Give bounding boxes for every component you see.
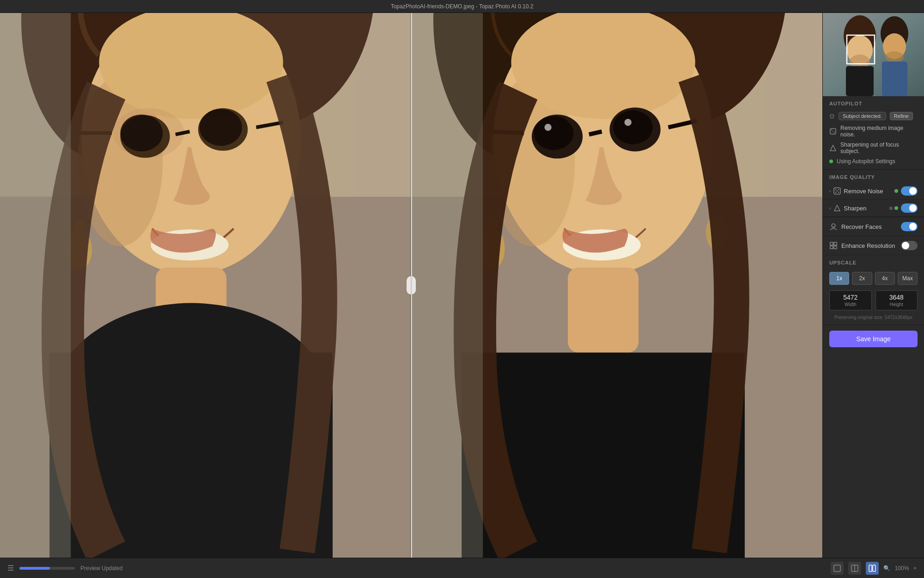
svg-rect-47: [568, 268, 638, 353]
svg-rect-85: [834, 565, 840, 572]
sidebar: AUTOPILOT ⊙ Subject detected. Refine Rem…: [822, 13, 924, 558]
hamburger-menu-icon[interactable]: ☰: [7, 564, 14, 572]
zoom-out-icon[interactable]: 🔍: [883, 565, 890, 572]
noise-active-dot: [894, 189, 898, 193]
dimension-row: 5472 Width 3648 Height: [823, 289, 924, 312]
image-quality-title: IMAGE QUALITY: [823, 170, 924, 183]
noise-expand-icon[interactable]: ›: [829, 189, 831, 194]
title-bar: TopazPhotoAI-friends-DEMO.jpeg - Topaz P…: [0, 0, 924, 13]
sharpen-icon: [829, 144, 837, 152]
zoom-level-label: 100%: [893, 565, 911, 572]
recover-faces-row: Recover Faces: [823, 217, 924, 236]
remove-noise-toggle[interactable]: [901, 186, 918, 196]
svg-point-79: [832, 225, 833, 226]
sharpen-expand-icon[interactable]: ›: [829, 206, 831, 211]
noise-status-dots: [894, 189, 898, 193]
compare-divider[interactable]: [411, 13, 412, 558]
zoom-in-icon[interactable]: +: [913, 565, 917, 572]
sharpen-icon-sidebar: [833, 204, 841, 212]
autopilot-noise-text: Removing medium image noise.: [840, 125, 918, 138]
image-quality-section: IMAGE QUALITY › Remove Noise ›: [823, 170, 924, 217]
preserving-size-text: Preserving original size: 5472x3648px: [823, 312, 924, 325]
remove-noise-row: › Remove Noise: [823, 183, 924, 200]
upscale-max-button[interactable]: Max: [898, 272, 918, 285]
bottom-bar: ☰ Preview Updated 🔍 100% +: [0, 558, 924, 578]
svg-rect-64: [882, 61, 907, 96]
svg-point-37: [534, 116, 573, 150]
svg-marker-70: [830, 145, 836, 151]
enhance-resolution-toggle[interactable]: [901, 241, 918, 250]
autopilot-title: AUTOPILOT: [823, 96, 924, 109]
panel-content: AUTOPILOT ⊙ Subject detected. Refine Rem…: [823, 96, 924, 558]
settings-status-dot: [829, 160, 833, 163]
split-view-button[interactable]: [848, 562, 861, 575]
autopilot-noise-row: Removing medium image noise.: [823, 123, 924, 140]
progress-bar-fill: [19, 567, 50, 570]
svg-rect-53: [412, 13, 483, 558]
svg-point-68: [833, 131, 833, 132]
main-layout: AUTOPILOT ⊙ Subject detected. Refine Rem…: [0, 13, 924, 558]
upscale-4x-button[interactable]: 4x: [875, 272, 895, 285]
svg-point-12: [120, 115, 163, 152]
width-value: 5472: [833, 294, 869, 301]
sharpen-status-dots: ⚙: [889, 206, 898, 211]
single-view-button[interactable]: [831, 562, 844, 575]
noise-reduction-icon: [829, 128, 837, 135]
svg-point-69: [834, 132, 835, 133]
autopilot-icon: ⊙: [829, 112, 835, 120]
original-photo: [0, 13, 411, 558]
divider-handle[interactable]: [407, 276, 416, 295]
svg-rect-84: [834, 246, 837, 249]
svg-point-74: [838, 192, 839, 193]
side-by-side-button[interactable]: [866, 562, 879, 575]
remove-noise-label: Remove Noise: [844, 188, 892, 195]
svg-point-76: [835, 192, 836, 193]
save-image-button[interactable]: Save Image: [829, 331, 918, 347]
upscale-buttons-group: 1x 2x 4x Max: [823, 268, 924, 289]
svg-point-42: [624, 119, 631, 126]
height-value: 3648: [879, 294, 915, 301]
upscale-2x-button[interactable]: 2x: [852, 272, 872, 285]
svg-rect-88: [869, 565, 872, 572]
thumbnail-area: [823, 13, 924, 96]
enhance-resolution-icon: [829, 241, 838, 250]
sharpen-settings-icon: ⚙: [889, 206, 893, 211]
width-label: Width: [833, 302, 869, 307]
svg-point-73: [837, 191, 838, 191]
bottom-bar-left: ☰ Preview Updated: [7, 564, 825, 572]
svg-rect-82: [834, 242, 837, 245]
svg-point-41: [613, 111, 653, 145]
refine-button[interactable]: Refine: [890, 112, 913, 120]
autopilot-section: AUTOPILOT ⊙ Subject detected. Refine Rem…: [823, 96, 924, 170]
thumbnail-image: [823, 13, 924, 96]
right-image-panel: [412, 13, 823, 558]
svg-rect-89: [873, 565, 875, 572]
sharpen-label: Sharpen: [844, 205, 886, 212]
recover-faces-label: Recover Faces: [841, 223, 897, 230]
enhance-resolution-label: Enhance Resolution: [841, 242, 897, 249]
svg-point-63: [885, 51, 904, 62]
enhanced-photo: [412, 13, 823, 558]
noise-icon: [833, 187, 841, 195]
sharpen-active-dot: [894, 206, 898, 210]
svg-marker-77: [834, 205, 840, 211]
autopilot-settings-row: Using Autopilot Settings: [823, 156, 924, 169]
height-box: 3648 Height: [875, 290, 918, 310]
enhance-resolution-row: Enhance Resolution: [823, 236, 924, 255]
svg-point-75: [838, 189, 839, 190]
svg-rect-60: [846, 66, 874, 96]
image-area: [0, 13, 822, 558]
upscale-title: UPSCALE: [823, 255, 924, 268]
width-box: 5472 Width: [829, 290, 872, 310]
sharpen-toggle[interactable]: [901, 203, 918, 213]
upscale-1x-button[interactable]: 1x: [829, 272, 849, 285]
svg-point-72: [835, 189, 836, 190]
subject-row: ⊙ Subject detected. Refine: [823, 109, 924, 123]
recover-faces-toggle[interactable]: [901, 222, 918, 231]
preview-updated-label: Preview Updated: [80, 565, 122, 572]
subject-detected-label: Subject detected.: [839, 112, 886, 120]
autopilot-sharpen-row: Sharpening out of focus subject.: [823, 140, 924, 156]
autopilot-settings-label: Using Autopilot Settings: [837, 158, 895, 165]
svg-point-80: [834, 225, 835, 226]
svg-point-15: [200, 109, 242, 146]
